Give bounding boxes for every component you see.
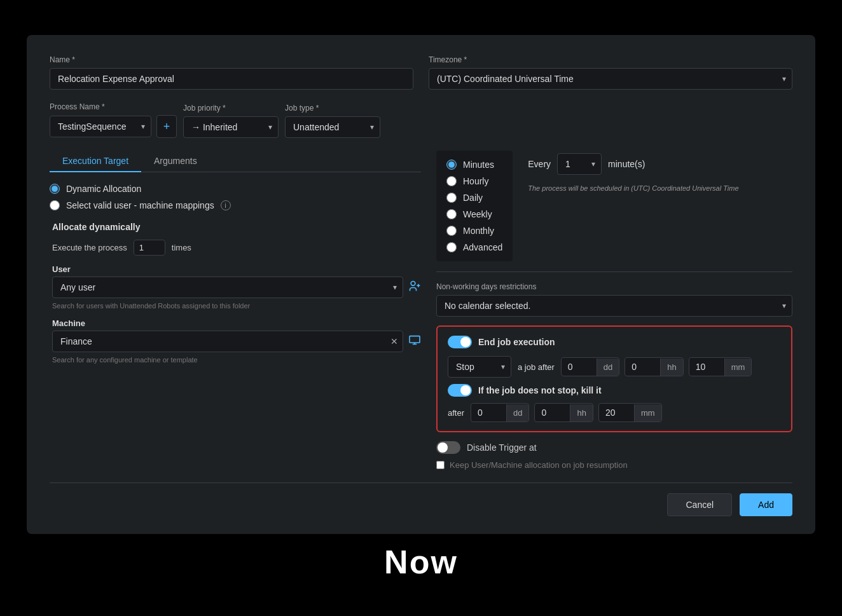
stop-dd-unit: dd — [597, 359, 619, 376]
job-type-select[interactable]: Unattended — [285, 116, 380, 138]
end-job-label: End job execution — [478, 337, 555, 347]
stop-select[interactable]: Stop — [448, 356, 511, 378]
stop-dd-input[interactable] — [562, 358, 597, 376]
user-hint: Search for users with Unattended Robots … — [52, 302, 421, 310]
schedule-config: Every 1 minute(s) The process will be sc… — [528, 151, 792, 261]
keep-allocation-checkbox[interactable] — [436, 461, 445, 469]
job-type-label: Job type * — [285, 104, 380, 113]
tabs: Execution Target Arguments — [50, 151, 421, 172]
disable-trigger-row: Disable Trigger at — [436, 441, 792, 454]
stop-hh-unit: hh — [660, 359, 682, 376]
daily-option[interactable]: Daily — [446, 193, 502, 203]
user-select[interactable]: Any user — [52, 277, 403, 298]
machine-icon-button[interactable] — [408, 335, 421, 348]
kill-toggle[interactable] — [448, 384, 472, 397]
name-input[interactable] — [50, 68, 413, 90]
nonworking-label: Non-working days restrictions — [436, 282, 792, 291]
allocate-section: Allocate dynamically Execute the process… — [50, 222, 421, 364]
execute-row: Execute the process times — [52, 240, 421, 256]
stop-dd-group: dd — [561, 357, 619, 376]
every-value-select[interactable]: 1 — [557, 153, 602, 175]
valid-user-option[interactable]: Select valid user - machine mappings i — [50, 200, 421, 210]
cancel-button[interactable]: Cancel — [667, 493, 732, 516]
weekly-option[interactable]: Weekly — [446, 209, 502, 219]
kill-hh-group: hh — [534, 403, 593, 422]
machine-field-group: Machine ✕ Search — [52, 318, 421, 364]
user-field-group: User Any user — [52, 264, 421, 310]
tab-execution-target[interactable]: Execution Target — [50, 151, 141, 172]
add-process-button[interactable]: + — [156, 115, 177, 138]
stop-row: Stop a job after dd hh — [448, 356, 781, 378]
minutes-option[interactable]: Minutes — [446, 160, 502, 170]
kill-mm-input[interactable] — [599, 404, 634, 421]
advanced-option[interactable]: Advanced — [446, 242, 502, 252]
user-label: User — [52, 264, 421, 274]
end-job-header: End job execution — [448, 336, 781, 348]
end-job-section: End job execution Stop a job after dd — [436, 325, 792, 432]
kill-mm-unit: mm — [634, 404, 661, 421]
end-job-toggle[interactable] — [448, 336, 472, 348]
after-row: after dd hh m — [448, 403, 781, 422]
monthly-option[interactable]: Monthly — [446, 226, 502, 236]
allocate-title: Allocate dynamically — [52, 222, 421, 232]
kill-mm-group: mm — [598, 403, 662, 422]
allocation-radio-group: Dynamic Allocation Select valid user - m… — [50, 184, 421, 210]
name-label: Name * — [50, 55, 413, 64]
kill-dd-group: dd — [471, 403, 529, 422]
dynamic-allocation-option[interactable]: Dynamic Allocation — [50, 184, 421, 194]
execute-times-input[interactable] — [134, 240, 165, 256]
machine-input[interactable] — [52, 331, 403, 352]
stop-hh-group: hh — [625, 357, 683, 376]
process-name-select[interactable]: TestingSequence — [50, 116, 151, 137]
kill-label: If the job does not stop, kill it — [478, 385, 602, 395]
job-priority-label: Job priority * — [183, 104, 279, 113]
nonworking-section: Non-working days restrictions No calenda… — [436, 282, 792, 317]
stop-time-inputs: dd hh mm — [561, 357, 752, 376]
info-icon[interactable]: i — [221, 200, 231, 210]
every-row: Every 1 minute(s) — [528, 153, 792, 175]
kill-dd-unit: dd — [506, 404, 528, 421]
kill-hh-unit: hh — [570, 404, 592, 421]
stop-mm-unit: mm — [724, 359, 752, 376]
machine-label: Machine — [52, 318, 421, 328]
kill-dd-input[interactable] — [471, 404, 506, 421]
schedule-note: The process will be scheduled in (UTC) C… — [528, 184, 792, 193]
main-dialog: Name * Timezone * (UTC) Coordinated Univ… — [27, 35, 815, 534]
keep-allocation-row: Keep User/Machine allocation on job resu… — [436, 460, 792, 470]
user-machine-section: User Any user — [52, 264, 421, 364]
job-priority-select[interactable]: → Inherited — [183, 116, 279, 138]
machine-hint: Search for any configured machine or tem… — [52, 356, 421, 364]
add-button[interactable]: Add — [740, 493, 792, 516]
stop-hh-input[interactable] — [625, 358, 660, 376]
timezone-select[interactable]: (UTC) Coordinated Universal Time — [429, 68, 792, 90]
right-panel: Minutes Hourly Daily Weekly — [436, 151, 792, 470]
kill-header: If the job does not stop, kill it — [448, 384, 781, 397]
svg-rect-3 — [410, 336, 420, 342]
footer: Cancel Add — [50, 483, 792, 516]
hourly-option[interactable]: Hourly — [446, 176, 502, 186]
svg-point-0 — [411, 281, 415, 285]
nonworking-select[interactable]: No calendar selected. — [436, 295, 792, 317]
stop-mm-input[interactable] — [689, 358, 724, 376]
bottom-label: Now — [384, 543, 458, 581]
tab-arguments[interactable]: Arguments — [141, 151, 210, 172]
disable-trigger-toggle[interactable] — [436, 441, 460, 454]
add-user-button[interactable] — [408, 280, 421, 296]
timezone-label: Timezone * — [429, 55, 792, 64]
stop-mm-group: mm — [689, 357, 752, 376]
kill-section: If the job does not stop, kill it after … — [448, 384, 781, 422]
machine-clear-button[interactable]: ✕ — [390, 336, 398, 346]
kill-hh-input[interactable] — [535, 404, 570, 421]
schedule-radios: Minutes Hourly Daily Weekly — [436, 151, 513, 261]
kill-time-inputs: dd hh mm — [471, 403, 662, 422]
process-name-label: Process Name * — [50, 102, 177, 111]
